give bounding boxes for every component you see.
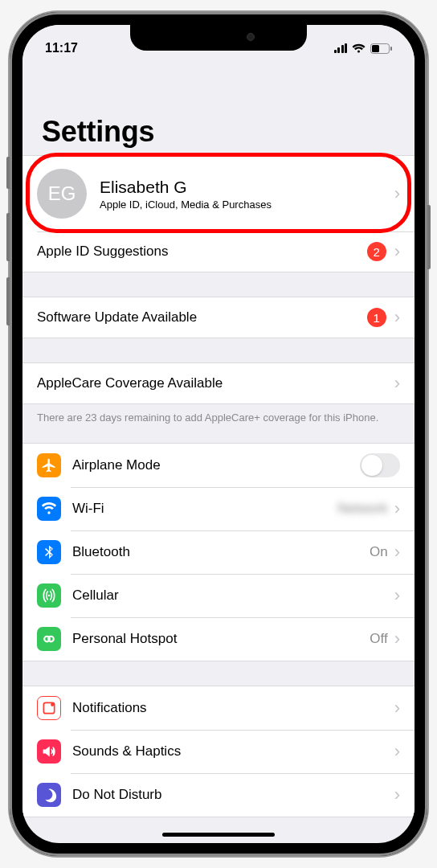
notification-badge: 2 — [367, 242, 386, 261]
chevron-right-icon: › — [394, 373, 400, 394]
row-label: Cellular — [72, 588, 394, 604]
hotspot-icon — [37, 627, 61, 651]
cellular-row[interactable]: Cellular › — [22, 574, 415, 617]
notifications-icon — [37, 696, 61, 720]
wifi-network-value: Network — [268, 501, 388, 517]
row-label: Wi-Fi — [72, 501, 268, 517]
chevron-right-icon: › — [394, 542, 400, 563]
software-update-group: Software Update Available 1 › — [22, 297, 415, 338]
chevron-right-icon: › — [394, 784, 400, 805]
svg-point-7 — [51, 702, 54, 706]
svg-point-5 — [48, 636, 54, 641]
chevron-right-icon: › — [394, 183, 400, 204]
wifi-icon — [352, 43, 366, 53]
apple-id-suggestions-row[interactable]: Apple ID Suggestions 2 › — [22, 231, 415, 272]
row-label: Software Update Available — [37, 309, 367, 326]
row-label: Apple ID Suggestions — [37, 244, 367, 260]
hotspot-value: Off — [370, 631, 387, 647]
row-label: Personal Hotspot — [72, 631, 370, 647]
chevron-right-icon: › — [394, 498, 400, 519]
wifi-row[interactable]: Wi-Fi Network › — [22, 487, 415, 530]
row-label: Sounds & Haptics — [72, 743, 394, 760]
status-indicators — [334, 43, 393, 54]
sounds-icon — [37, 739, 61, 764]
section-gap — [22, 432, 415, 443]
dnd-moon-icon — [37, 783, 61, 807]
svg-rect-2 — [390, 47, 392, 51]
status-time: 11:17 — [45, 41, 78, 55]
svg-rect-1 — [372, 45, 379, 52]
cellular-signal-icon — [334, 43, 348, 53]
airplane-icon — [37, 453, 61, 477]
wifi-settings-icon — [37, 497, 61, 521]
chevron-right-icon: › — [394, 741, 400, 762]
chevron-right-icon: › — [394, 585, 400, 606]
software-update-row[interactable]: Software Update Available 1 › — [22, 297, 415, 338]
chevron-right-icon: › — [394, 241, 400, 262]
personal-hotspot-row[interactable]: Personal Hotspot Off › — [22, 617, 415, 661]
profile-name: Elisabeth G — [100, 177, 394, 197]
row-label: Do Not Disturb — [72, 787, 394, 803]
row-label: Bluetooth — [72, 544, 370, 560]
applecare-footer-note: There are 23 days remaining to add Apple… — [22, 404, 415, 432]
cellular-icon — [37, 583, 61, 608]
bluetooth-row[interactable]: Bluetooth On › — [22, 530, 415, 574]
airplane-mode-row[interactable]: Airplane Mode — [22, 444, 415, 487]
svg-point-3 — [48, 594, 51, 596]
battery-icon — [370, 43, 392, 54]
notifications-group: Notifications › Sounds & Haptics › Do No… — [22, 686, 415, 817]
notification-badge: 1 — [367, 308, 386, 327]
applecare-group: AppleCare Coverage Available › — [22, 362, 415, 404]
page-header: Settings — [22, 63, 415, 155]
airplane-mode-toggle[interactable] — [360, 453, 400, 477]
applecare-row[interactable]: AppleCare Coverage Available › — [22, 363, 415, 403]
chevron-right-icon: › — [394, 698, 400, 719]
profile-group: EG Elisabeth G Apple ID, iCloud, Media &… — [22, 155, 415, 272]
avatar: EG — [37, 169, 87, 219]
bluetooth-value: On — [370, 544, 388, 560]
row-label: AppleCare Coverage Available — [37, 375, 394, 391]
home-indicator[interactable] — [162, 833, 275, 837]
connectivity-group: Airplane Mode Wi-Fi Network › Bluetooth … — [22, 443, 415, 661]
phone-notch — [130, 25, 307, 51]
row-label: Airplane Mode — [72, 457, 360, 473]
section-gap — [22, 661, 415, 686]
profile-subtitle: Apple ID, iCloud, Media & Purchases — [100, 199, 394, 211]
sounds-haptics-row[interactable]: Sounds & Haptics › — [22, 730, 415, 773]
section-gap — [22, 338, 415, 362]
section-gap — [22, 272, 415, 297]
page-title: Settings — [42, 115, 395, 149]
phone-side-button-right — [427, 205, 431, 269]
phone-side-buttons-left — [6, 157, 10, 189]
chevron-right-icon: › — [394, 307, 400, 328]
row-label: Notifications — [72, 700, 394, 716]
do-not-disturb-row[interactable]: Do Not Disturb › — [22, 773, 415, 817]
notifications-row[interactable]: Notifications › — [22, 686, 415, 730]
bluetooth-icon — [37, 540, 61, 564]
phone-frame: 11:17 Settings EG Elisabeth G — [10, 12, 427, 856]
phone-screen: 11:17 Settings EG Elisabeth G — [22, 25, 415, 843]
chevron-right-icon: › — [394, 628, 400, 649]
apple-id-profile-row[interactable]: EG Elisabeth G Apple ID, iCloud, Media &… — [22, 156, 415, 231]
